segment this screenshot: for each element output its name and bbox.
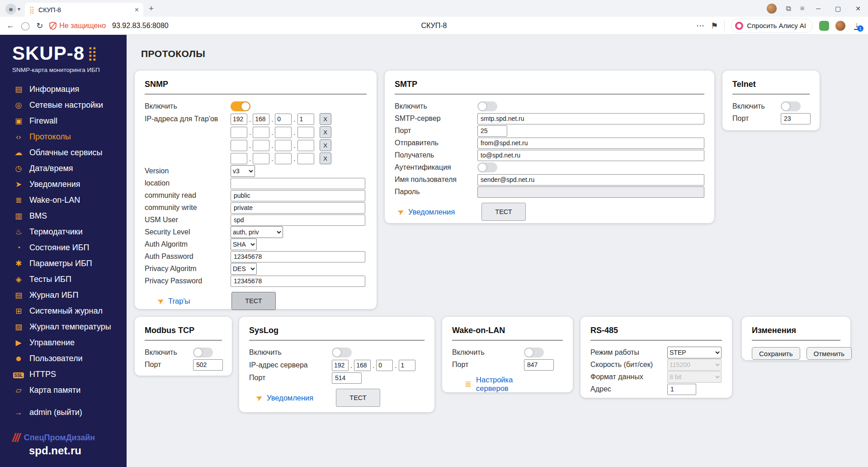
snmp-community-read-input[interactable] bbox=[231, 190, 365, 201]
smtp-notifications-link[interactable]: ➤ Уведомления bbox=[395, 207, 481, 217]
rs485-mode-select[interactable]: STEP bbox=[667, 347, 722, 358]
tab-close-icon[interactable]: × bbox=[135, 6, 139, 14]
sidebar-item-control[interactable]: ▶ Управление bbox=[0, 335, 127, 351]
sidebar-item-firewall[interactable]: ▣ Firewall bbox=[0, 113, 127, 129]
syslog-ip-octet4-input[interactable] bbox=[399, 360, 415, 371]
snmp-trap2-octet2-input[interactable] bbox=[253, 127, 269, 138]
modbus-port-input[interactable] bbox=[193, 359, 223, 371]
wol-port-input[interactable] bbox=[524, 359, 554, 371]
sidebar-item-bms[interactable]: ▥ BMS bbox=[0, 208, 127, 224]
more-icon[interactable]: ⋯ bbox=[696, 21, 704, 31]
snmp-trap4-octet1-input[interactable] bbox=[231, 153, 247, 164]
browser-profile-button[interactable]: ☻ ▾ bbox=[5, 4, 20, 14]
bookmark-icon[interactable]: ⚑ bbox=[711, 21, 718, 31]
snmp-trap1-octet4-input[interactable] bbox=[297, 114, 314, 125]
snmp-trap2-remove-button[interactable]: X bbox=[320, 126, 331, 138]
sidebar-item-system-log[interactable]: ⊞ Системный журнал bbox=[0, 303, 127, 319]
sidebar-item-admin-logout[interactable]: → admin (выйти) bbox=[0, 405, 127, 420]
sidebar-item-memory-card[interactable]: ▱ Карта памяти bbox=[0, 382, 127, 398]
syslog-ip-octet1-input[interactable] bbox=[332, 360, 349, 371]
snmp-trap3-octet1-input[interactable] bbox=[231, 140, 247, 151]
snmp-usm-user-input[interactable] bbox=[231, 214, 365, 226]
browser-circle-icon[interactable]: ◯ bbox=[21, 21, 30, 31]
smtp-password-input[interactable] bbox=[477, 186, 704, 198]
syslog-ip-octet3-input[interactable] bbox=[376, 360, 393, 371]
snmp-trap4-octet4-input[interactable] bbox=[297, 153, 314, 164]
refresh-button[interactable]: ↻ bbox=[36, 21, 43, 31]
smtp-port-input[interactable] bbox=[477, 125, 507, 137]
smtp-server-input[interactable] bbox=[477, 113, 704, 124]
smtp-enable-toggle[interactable] bbox=[477, 101, 497, 111]
snmp-trap1-octet1-input[interactable] bbox=[231, 114, 247, 125]
sidebar-item-ups-params[interactable]: ✱ Параметры ИБП bbox=[0, 256, 127, 272]
smtp-to-input[interactable] bbox=[477, 150, 704, 161]
snmp-location-input[interactable] bbox=[231, 178, 365, 189]
new-tab-button[interactable]: + bbox=[149, 4, 154, 14]
snmp-trap4-octet3-input[interactable] bbox=[275, 153, 292, 164]
snmp-privacy-algorithm-select[interactable]: DES bbox=[231, 263, 257, 275]
minimize-button[interactable]: ─ bbox=[813, 5, 823, 12]
snmp-trap4-remove-button[interactable]: X bbox=[320, 152, 331, 164]
wol-enable-toggle[interactable] bbox=[524, 348, 544, 357]
telnet-enable-toggle[interactable] bbox=[781, 101, 801, 111]
sidebar-item-https[interactable]: SSL HTTPS bbox=[0, 367, 127, 382]
snmp-auth-password-input[interactable] bbox=[231, 251, 365, 262]
snmp-community-write-input[interactable] bbox=[231, 202, 365, 214]
snmp-trap1-octet3-input[interactable] bbox=[275, 114, 292, 125]
close-button[interactable]: ✕ bbox=[853, 5, 863, 12]
sidebar-item-temp-log[interactable]: ▨ Журнал температуры bbox=[0, 319, 127, 335]
security-warning[interactable]: Не защищено bbox=[49, 22, 106, 30]
back-button[interactable]: ← bbox=[6, 21, 14, 30]
sidebar-item-ups-log[interactable]: ▤ Журнал ИБП bbox=[0, 287, 127, 303]
snmp-test-button[interactable]: ТЕСТ bbox=[231, 292, 276, 310]
syslog-port-input[interactable] bbox=[332, 372, 362, 384]
telnet-port-input[interactable] bbox=[781, 113, 811, 124]
snmp-privacy-password-input[interactable] bbox=[231, 276, 365, 287]
extension-adblock-icon[interactable] bbox=[819, 21, 829, 31]
alice-ai-button[interactable]: Спросить Алису AI bbox=[731, 19, 813, 33]
sidebar-item-ups-tests[interactable]: ◈ Тесты ИБП bbox=[0, 272, 127, 287]
user-avatar[interactable] bbox=[767, 4, 777, 14]
snmp-trap1-octet2-input[interactable] bbox=[253, 114, 269, 125]
syslog-enable-toggle[interactable] bbox=[332, 348, 352, 357]
snmp-trap3-octet2-input[interactable] bbox=[253, 140, 269, 151]
sidebar-item-datetime[interactable]: ◷ Дата/время bbox=[0, 161, 127, 176]
syslog-ip-octet2-input[interactable] bbox=[354, 360, 371, 371]
smtp-user-input[interactable] bbox=[477, 174, 704, 186]
url-text[interactable]: 93.92.83.56:8080 bbox=[112, 22, 169, 30]
smtp-from-input[interactable] bbox=[477, 138, 704, 149]
panels-icon[interactable]: ⧉ bbox=[786, 5, 791, 13]
snmp-security-level-select[interactable]: auth, priv bbox=[231, 226, 283, 238]
sidebar-item-ups-status[interactable]: ◔ Состояние ИБП bbox=[0, 240, 127, 256]
snmp-trap3-octet4-input[interactable] bbox=[297, 140, 314, 151]
snmp-enable-toggle[interactable] bbox=[231, 101, 250, 111]
smtp-auth-toggle[interactable] bbox=[477, 162, 497, 172]
smtp-test-button[interactable]: ТЕСТ bbox=[481, 203, 526, 221]
maximize-button[interactable]: ▢ bbox=[832, 5, 844, 12]
modbus-enable-toggle[interactable] bbox=[193, 348, 213, 357]
sidebar-item-thermo-sensors[interactable]: ♨ Термодатчики bbox=[0, 224, 127, 240]
sidebar-item-cloud[interactable]: ☁ Облачные сервисы bbox=[0, 145, 127, 161]
snmp-trap3-remove-button[interactable]: X bbox=[320, 139, 331, 151]
sidebar-item-wake-on-lan[interactable]: ≣ Wake-on-LAN bbox=[0, 192, 127, 208]
wol-servers-link[interactable]: ≣ Настройка серверов bbox=[452, 376, 539, 393]
snmp-trap1-remove-button[interactable]: X bbox=[320, 113, 331, 125]
menu-icon[interactable]: ≡ bbox=[800, 5, 804, 13]
sidebar-item-protocols[interactable]: ‹› Протоколы bbox=[0, 129, 127, 145]
cancel-button[interactable]: Отменить bbox=[807, 347, 852, 360]
snmp-trap2-octet4-input[interactable] bbox=[297, 127, 314, 138]
sidebar-item-notifications[interactable]: ➤ Уведомления bbox=[0, 176, 127, 192]
snmp-trap4-octet2-input[interactable] bbox=[253, 153, 269, 164]
extension-avatar-icon[interactable] bbox=[835, 21, 845, 31]
sidebar-item-users[interactable]: ☻ Пользователи bbox=[0, 351, 127, 367]
snmp-auth-algorithm-select[interactable]: SHA bbox=[231, 238, 257, 250]
rs485-address-input[interactable] bbox=[667, 384, 696, 395]
snmp-trap3-octet3-input[interactable] bbox=[275, 140, 292, 151]
syslog-test-button[interactable]: ТЕСТ bbox=[336, 389, 380, 407]
browser-tab[interactable]: ⣿ СКУП-8 × bbox=[25, 3, 143, 17]
sidebar-item-network[interactable]: ◎ Сетевые настройки bbox=[0, 97, 127, 113]
snmp-trap2-octet1-input[interactable] bbox=[231, 127, 247, 138]
syslog-notifications-link[interactable]: ➤ Уведомления bbox=[249, 393, 336, 403]
sidebar-item-info[interactable]: ▤ Информация bbox=[0, 81, 127, 97]
save-button[interactable]: Сохранить bbox=[752, 347, 800, 360]
